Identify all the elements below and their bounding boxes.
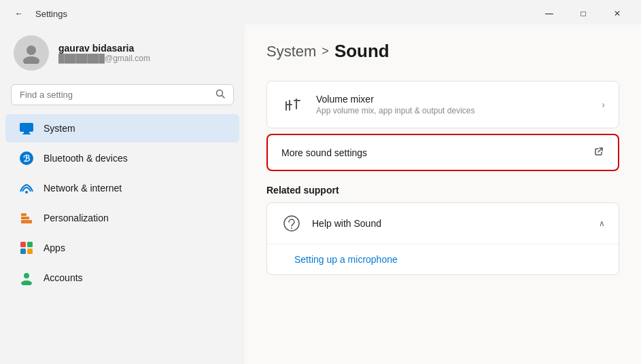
search-container	[0, 84, 245, 113]
sidebar-item-personalization-label: Personalization	[44, 213, 109, 223]
svg-rect-6	[22, 134, 31, 135]
network-icon	[19, 181, 34, 196]
volume-mixer-subtitle: App volume mix, app input & output devic…	[316, 106, 602, 115]
svg-rect-13	[20, 242, 26, 247]
accounts-icon	[19, 270, 34, 285]
avatar	[14, 35, 49, 71]
sidebar-item-personalization[interactable]: Personalization	[5, 204, 239, 232]
main-content: System > Sound Volume mixer App	[245, 24, 641, 364]
back-icon: ←	[15, 9, 23, 18]
related-support-label: Related support	[266, 185, 619, 196]
svg-point-25	[291, 228, 292, 229]
volume-mixer-text: Volume mixer App volume mix, app input &…	[316, 94, 602, 115]
sidebar-item-accounts[interactable]: Accounts	[5, 263, 239, 292]
sidebar-item-bluetooth-label: Bluetooth & devices	[44, 153, 128, 164]
personalization-icon	[19, 211, 34, 225]
system-icon	[19, 121, 34, 136]
sidebar-item-apps-label: Apps	[44, 242, 65, 253]
apps-icon	[19, 240, 34, 255]
help-sound-icon	[281, 213, 302, 234]
help-with-sound-row[interactable]: Help with Sound ∧	[267, 203, 619, 244]
svg-point-9	[25, 191, 28, 194]
svg-rect-14	[27, 242, 33, 247]
setup-microphone-row[interactable]: Setting up a microphone	[267, 244, 619, 274]
svg-point-1	[23, 56, 39, 64]
svg-rect-4	[20, 123, 33, 132]
svg-point-0	[27, 46, 36, 55]
more-sound-label: More sound settings	[281, 147, 593, 158]
search-icon	[215, 89, 225, 101]
search-box	[11, 84, 234, 105]
back-button[interactable]: ←	[8, 4, 30, 23]
svg-line-3	[222, 96, 225, 98]
user-info: gaurav bidasaria ████████@gmail.com	[58, 43, 150, 63]
svg-point-18	[21, 280, 32, 285]
help-card: Help with Sound ∧ Setting up a microphon…	[266, 202, 619, 275]
title-bar-left: ← Settings	[8, 4, 67, 23]
volume-mixer-row[interactable]: Volume mixer App volume mix, app input &…	[267, 81, 619, 128]
svg-rect-11	[21, 217, 29, 219]
sidebar-item-system-label: System	[44, 123, 75, 134]
volume-mixer-chevron: ›	[602, 99, 605, 110]
svg-rect-16	[27, 249, 33, 254]
close-button[interactable]: ✕	[602, 4, 633, 23]
maximize-button[interactable]: □	[568, 4, 599, 23]
svg-rect-10	[21, 220, 32, 223]
breadcrumb-parent: System	[266, 43, 316, 60]
volume-mixer-icon	[281, 92, 305, 117]
help-chevron: ∧	[599, 219, 605, 228]
app-title: Settings	[35, 9, 67, 19]
user-profile[interactable]: gaurav bidasaria ████████@gmail.com	[0, 24, 245, 84]
volume-mixer-card: Volume mixer App volume mix, app input &…	[266, 81, 619, 128]
svg-rect-12	[21, 213, 27, 216]
more-sound-card[interactable]: More sound settings	[266, 134, 619, 171]
sidebar-item-network-label: Network & internet	[44, 183, 122, 194]
user-name: gaurav bidasaria	[58, 43, 150, 54]
sidebar: gaurav bidasaria ████████@gmail.com	[0, 24, 245, 364]
svg-rect-15	[20, 249, 26, 254]
setup-microphone-text: Setting up a microphone	[294, 254, 605, 265]
svg-point-17	[24, 273, 29, 278]
user-email: ████████@gmail.com	[58, 54, 150, 63]
breadcrumb: System > Sound	[266, 41, 619, 62]
volume-mixer-title: Volume mixer	[316, 94, 602, 105]
external-link-icon	[593, 146, 604, 159]
sidebar-item-system[interactable]: System	[5, 114, 239, 143]
window-controls: — □ ✕	[534, 4, 633, 23]
sidebar-item-accounts-label: Accounts	[44, 272, 83, 283]
search-input[interactable]	[20, 90, 210, 100]
breadcrumb-current: Sound	[334, 41, 389, 62]
help-with-sound-text: Help with Sound	[312, 218, 599, 229]
breadcrumb-separator: >	[322, 44, 329, 58]
sidebar-item-bluetooth[interactable]: ℬ Bluetooth & devices	[5, 144, 239, 172]
svg-text:ℬ: ℬ	[23, 153, 31, 164]
minimize-button[interactable]: —	[534, 4, 565, 23]
sidebar-item-apps[interactable]: Apps	[5, 234, 239, 262]
title-bar: ← Settings — □ ✕	[0, 0, 641, 24]
sidebar-item-network[interactable]: Network & internet	[5, 174, 239, 202]
app-container: gaurav bidasaria ████████@gmail.com	[0, 24, 641, 364]
bluetooth-icon: ℬ	[19, 151, 34, 166]
